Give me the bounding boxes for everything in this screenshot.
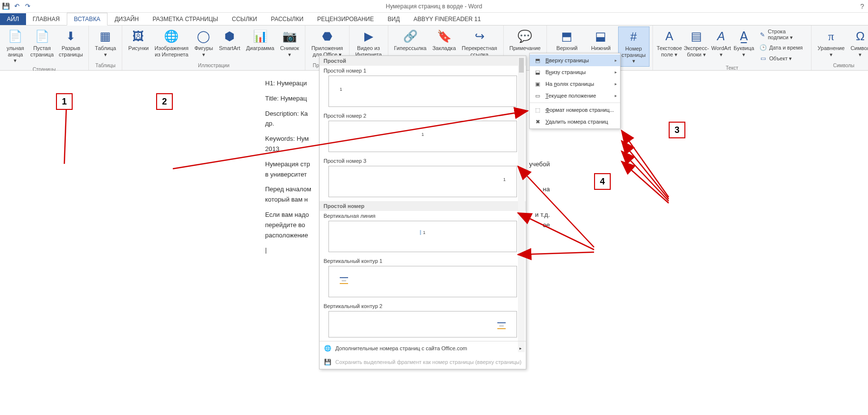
gallery-item-2[interactable]: 1 [328,121,517,152]
annotation-3: 3 [669,122,685,138]
gallery-item-6[interactable]: — [328,311,517,337]
cover-page-button[interactable]: 📄ульнаяаница ▾ [3,26,28,66]
gallery-item-4-label: Вертикальная линия [320,211,526,221]
date-time-button[interactable]: 🕒Дата и время [758,43,807,52]
wordart-icon: A [713,28,729,44]
screenshot-button[interactable]: 📷Снимок▾ [277,26,302,59]
tab-view[interactable]: ВИД [381,13,407,25]
group-symbols: πУравнение▾ ΩСимвол▾ Символы [812,26,868,70]
submenu-current-position[interactable]: ▭Текущее положение▸ [530,90,620,102]
save-selection-icon: 💾 [324,358,331,366]
object-button[interactable]: ▭Объект ▾ [758,53,807,63]
group-label-symbols: Символы [833,62,854,69]
hyperlink-button[interactable]: 🔗Гиперссылка [391,26,430,53]
tab-design[interactable]: ДИЗАЙН [108,13,145,25]
header-icon: ⬒ [559,28,575,44]
datetime-icon: 🕒 [760,44,767,52]
gallery-item-6-label: Вертикальный контур 2 [320,301,526,311]
object-icon: ▭ [760,54,767,62]
crossref-button[interactable]: ↪Перекрестнаяссылка [459,26,500,59]
tab-layout[interactable]: РАЗМЕТКА СТРАНИЦЫ [146,13,225,25]
gallery-item-5-label: Вертикальный контур 1 [320,256,526,266]
page-top-icon: ⬒ [534,56,542,64]
redo-icon[interactable]: ↷ [24,2,31,10]
gallery-item-2-label: Простой номер 2 [320,111,526,121]
comment-button[interactable]: 💬Примечание [507,26,544,53]
page-break-button[interactable]: ⬇Разрывстраницы [56,26,86,59]
gallery-item-4[interactable]: 1 [328,221,517,252]
chart-button[interactable]: 📊Диаграмма [243,26,277,53]
chevron-right-icon: ▸ [615,58,617,63]
annotation-2: 2 [156,93,173,110]
undo-icon[interactable]: ↶ [13,2,21,10]
current-position-icon: ▭ [534,92,542,100]
page-number-button[interactable]: #Номерстраницы ▾ [618,26,650,67]
apps-icon: ⬣ [319,28,335,44]
dropcap-button[interactable]: A̲Буквица▾ [732,26,756,59]
submenu-remove-numbers[interactable]: ✖Удалить номера страниц [530,116,620,128]
submenu-format-numbers[interactable]: ⬚Формат номеров страниц... [530,104,620,116]
table-button[interactable]: ▦Таблица▾ [92,26,119,59]
chevron-right-icon: ▸ [615,93,617,98]
title-bar: 💾 ↶ ↷ Нумерация страниц в ворде - Word ? [0,0,868,13]
apps-button[interactable]: ⬣Приложениядля Office ▾ [308,26,346,59]
crossref-icon: ↪ [472,28,488,44]
cover-page-icon: 📄 [7,28,23,44]
online-pictures-button[interactable]: 🌐Изображенияиз Интернета [152,26,191,59]
annotation-1: 1 [56,93,73,110]
tab-abbyy[interactable]: ABBYY FineReader 11 [407,13,488,25]
screenshot-icon: 📷 [282,28,298,44]
annotation-4: 4 [594,173,611,190]
symbol-button[interactable]: ΩСимвол▾ [847,26,868,59]
group-label-tables: Таблицы [95,62,115,69]
gallery-item-5[interactable]: — [328,266,517,297]
page-bottom-icon: ⬓ [534,68,542,76]
help-icon[interactable]: ? [860,2,864,10]
save-icon[interactable]: 💾 [2,2,10,10]
page-number-icon: # [626,29,642,45]
chevron-right-icon: ▸ [615,70,617,75]
tab-insert[interactable]: ВСТАВКА [67,13,108,26]
submenu-bottom-of-page[interactable]: ⬓Внизу страницы▸ [530,66,620,78]
textbox-button[interactable]: AТекстовоеполе ▾ [656,26,683,59]
shapes-icon: ◯ [196,28,212,44]
tab-home[interactable]: ГЛАВНАЯ [26,13,67,25]
tab-references[interactable]: ССЫЛКИ [225,13,264,25]
tab-review[interactable]: РЕЦЕНЗИРОВАНИЕ [310,13,380,25]
gallery-header-simple-number: Простой номер [320,201,526,211]
chevron-right-icon: ▸ [615,81,617,86]
pictures-button[interactable]: 🖼Рисунки [125,26,152,53]
quickparts-button[interactable]: ▤Экспресс-блоки ▾ [683,26,710,59]
gallery-item-3[interactable]: 1 [328,166,517,197]
quick-access-toolbar: 💾 ↶ ↷ [0,2,31,10]
window-title: Нумерация страниц в ворде - Word [386,3,482,10]
blank-page-icon: 📄 [34,28,50,44]
bookmark-icon: 🔖 [436,28,452,44]
submenu-top-of-page[interactable]: ⬒Вверху страницы▸ [530,54,620,66]
smartart-button[interactable]: ⬢SmartArt [216,26,243,53]
tab-file[interactable]: АЙЛ [0,13,26,25]
ribbon-tabs: АЙЛ ГЛАВНАЯ ВСТАВКА ДИЗАЙН РАЗМЕТКА СТРА… [0,13,868,26]
gallery-more-office[interactable]: 🌐Дополнительные номера страниц с сайта O… [320,341,526,355]
submenu-page-margins[interactable]: ▣На полях страницы▸ [530,78,620,90]
chart-icon: 📊 [252,28,268,44]
gallery-save-selection: 💾Сохранить выделенный фрагмент как номер… [320,355,526,369]
page-margins-icon: ▣ [534,80,542,88]
video-button[interactable]: ▶Видео изИнтернета [353,26,385,59]
wordart-button[interactable]: AWordArt▾ [710,26,732,59]
tab-mailings[interactable]: РАССЫЛКИ [264,13,310,25]
smartart-icon: ⬢ [222,28,238,44]
page-break-icon: ⬇ [63,28,79,44]
submenu-separator [530,103,620,103]
bookmark-button[interactable]: 🔖Закладка [430,26,459,53]
blank-page-button[interactable]: 📄Пустаястраница [28,26,56,59]
signature-line-button[interactable]: ✎Строка подписи ▾ [758,27,807,42]
group-pages: 📄ульнаяаница ▾ 📄Пустаястраница ⬇Разрывст… [0,26,89,70]
shapes-button[interactable]: ◯Фигуры▾ [191,26,216,59]
gallery-scrollbar[interactable] [518,57,525,352]
page-number-gallery: Простой Простой номер 1 1 Простой номер … [319,55,526,369]
equation-button[interactable]: πУравнение▾ [814,26,847,59]
remove-icon: ✖ [534,118,542,126]
gallery-item-1[interactable]: 1 [328,76,517,107]
video-icon: ▶ [361,28,377,44]
